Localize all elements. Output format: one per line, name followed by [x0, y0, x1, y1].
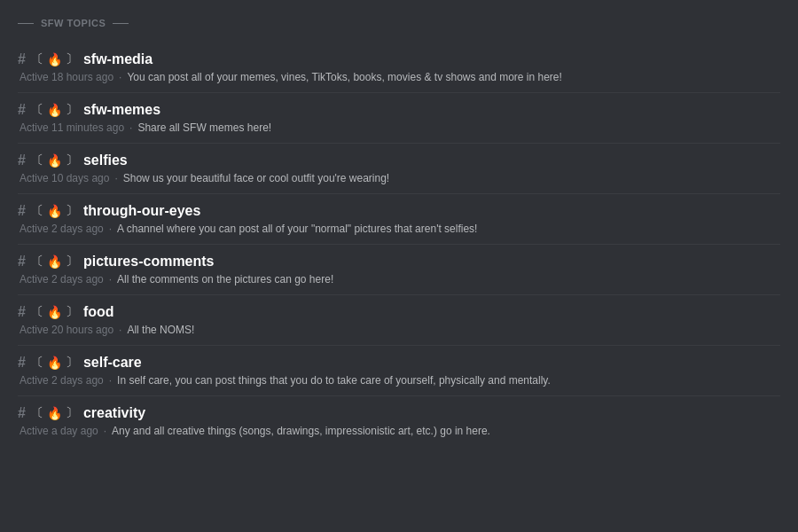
hash-icon: #: [18, 304, 26, 320]
channel-meta: Active 2 days ago·A channel where you ca…: [18, 223, 780, 235]
channel-name-text: pictures-comments: [83, 254, 215, 270]
bracket-right-icon: 〕: [66, 304, 78, 320]
channel-item[interactable]: #〔🔥〕creativityActive a day ago·Any and a…: [18, 396, 780, 446]
bracket-right-icon: 〕: [66, 355, 78, 371]
section-header: SFW TOPICS: [18, 14, 780, 32]
fire-icon: 🔥: [47, 254, 62, 269]
channel-active-time: Active 18 hours ago: [20, 71, 113, 83]
channel-meta: Active 10 days ago·Show us your beautifu…: [18, 172, 780, 184]
bracket-left-icon: 〔: [31, 405, 43, 421]
dot-separator: ·: [119, 324, 121, 336]
channel-name-row: #〔🔥〕pictures-comments: [18, 254, 780, 270]
channel-active-time: Active a day ago: [20, 425, 98, 437]
channel-active-time: Active 2 days ago: [20, 223, 104, 235]
bracket-right-icon: 〕: [66, 51, 78, 67]
channel-name-row: #〔🔥〕sfw-memes: [18, 102, 780, 118]
channel-description: Any and all creative things (songs, draw…: [112, 425, 490, 437]
channel-description: All the NOMS!: [127, 324, 194, 336]
channel-meta: Active 2 days ago·In self care, you can …: [18, 374, 780, 387]
bracket-right-icon: 〕: [66, 153, 78, 168]
dot-separator: ·: [119, 71, 121, 83]
hash-icon: #: [18, 405, 26, 421]
channel-description: Show us your beautiful face or cool outf…: [123, 172, 389, 184]
fire-icon: 🔥: [47, 204, 62, 218]
bracket-right-icon: 〕: [66, 203, 78, 219]
header-line-right: [113, 23, 129, 24]
hash-icon: #: [18, 153, 26, 168]
dot-separator: ·: [109, 223, 112, 235]
channel-name-row: #〔🔥〕creativity: [18, 405, 780, 421]
channel-meta: Active 2 days ago·All the comments on th…: [18, 273, 780, 286]
section-title: SFW TOPICS: [41, 18, 106, 28]
channel-active-time: Active 2 days ago: [20, 374, 104, 387]
dot-separator: ·: [129, 121, 132, 134]
hash-icon: #: [18, 51, 26, 67]
channel-active-time: Active 11 minutes ago: [20, 121, 124, 134]
bracket-right-icon: 〕: [66, 254, 78, 270]
fire-icon: 🔥: [47, 356, 62, 370]
fire-icon: 🔥: [47, 406, 62, 420]
hash-icon: #: [18, 102, 26, 118]
channel-item[interactable]: #〔🔥〕through-our-eyesActive 2 days ago·A …: [18, 194, 780, 245]
channel-active-time: Active 2 days ago: [20, 273, 104, 286]
dot-separator: ·: [109, 273, 112, 286]
channel-description: In self care, you can post things that y…: [117, 374, 551, 387]
bracket-left-icon: 〔: [31, 153, 43, 168]
channel-name-text: food: [83, 304, 114, 320]
bracket-right-icon: 〕: [66, 405, 78, 421]
channel-name-text: creativity: [83, 405, 145, 421]
channel-item[interactable]: #〔🔥〕self-careActive 2 days ago·In self c…: [18, 346, 780, 396]
channel-item[interactable]: #〔🔥〕foodActive 20 hours ago·All the NOMS…: [18, 295, 780, 346]
header-line-left: [18, 23, 34, 24]
bracket-left-icon: 〔: [31, 102, 43, 118]
channel-meta: Active 18 hours ago·You can post all of …: [18, 71, 780, 83]
bracket-left-icon: 〔: [31, 355, 43, 371]
bracket-left-icon: 〔: [31, 203, 43, 219]
fire-icon: 🔥: [47, 52, 62, 66]
channel-item[interactable]: #〔🔥〕selfiesActive 10 days ago·Show us yo…: [18, 144, 780, 194]
dot-separator: ·: [114, 172, 117, 184]
channel-name-row: #〔🔥〕sfw-media: [18, 51, 780, 67]
channel-meta: Active 11 minutes ago·Share all SFW meme…: [18, 121, 780, 134]
channel-name-text: sfw-memes: [83, 102, 160, 118]
channel-item[interactable]: #〔🔥〕sfw-memesActive 11 minutes ago·Share…: [18, 93, 780, 144]
bracket-left-icon: 〔: [31, 254, 43, 270]
channel-meta: Active 20 hours ago·All the NOMS!: [18, 324, 780, 336]
channel-meta: Active a day ago·Any and all creative th…: [18, 425, 780, 437]
fire-icon: 🔥: [47, 153, 62, 168]
channel-description: Share all SFW memes here!: [137, 121, 271, 134]
hash-icon: #: [18, 203, 26, 219]
channel-name-text: selfies: [83, 153, 128, 168]
channel-description: All the comments on the pictures can go …: [117, 273, 333, 286]
channels-list: #〔🔥〕sfw-mediaActive 18 hours ago·You can…: [18, 43, 780, 446]
hash-icon: #: [18, 355, 26, 371]
channel-active-time: Active 20 hours ago: [20, 324, 113, 336]
channel-item[interactable]: #〔🔥〕pictures-commentsActive 2 days ago·A…: [18, 245, 780, 295]
channel-name-text: sfw-media: [83, 51, 153, 67]
bracket-left-icon: 〔: [31, 304, 43, 320]
hash-icon: #: [18, 254, 26, 270]
channel-name-row: #〔🔥〕through-our-eyes: [18, 203, 780, 219]
channel-name-row: #〔🔥〕selfies: [18, 153, 780, 168]
channel-name-text: self-care: [83, 355, 142, 371]
channel-active-time: Active 10 days ago: [20, 172, 109, 184]
channel-description: You can post all of your memes, vines, T…: [127, 71, 561, 83]
main-container: SFW TOPICS #〔🔥〕sfw-mediaActive 18 hours …: [0, 0, 798, 532]
channel-name-row: #〔🔥〕food: [18, 304, 780, 320]
bracket-right-icon: 〕: [66, 102, 78, 118]
channel-description: A channel where you can post all of your…: [117, 223, 477, 235]
channel-name-row: #〔🔥〕self-care: [18, 355, 780, 371]
dot-separator: ·: [104, 425, 106, 437]
channel-name-text: through-our-eyes: [83, 203, 200, 219]
fire-icon: 🔥: [47, 103, 62, 117]
channel-item[interactable]: #〔🔥〕sfw-mediaActive 18 hours ago·You can…: [18, 43, 780, 93]
fire-icon: 🔥: [47, 305, 62, 319]
bracket-left-icon: 〔: [31, 51, 43, 67]
dot-separator: ·: [109, 374, 112, 387]
